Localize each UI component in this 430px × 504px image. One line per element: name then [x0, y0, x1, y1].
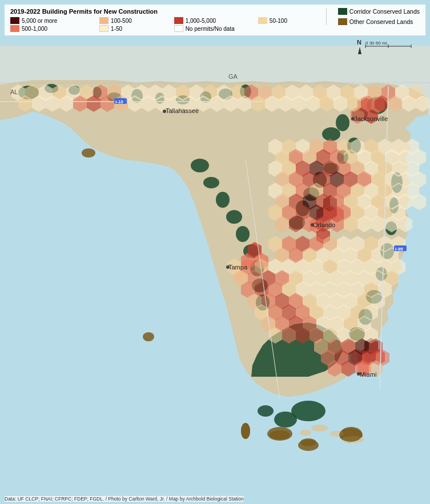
legend-item-100-500: 100-500	[99, 17, 165, 24]
legend-label-1000-5000: 1,000-5,000	[186, 18, 216, 24]
svg-point-352	[300, 438, 316, 446]
svg-text:I-10: I-10	[115, 99, 123, 104]
legend-swatch-5000	[10, 17, 19, 24]
legend-title: 2019-2022 Building Permits for New Const…	[10, 8, 320, 15]
svg-text:I-95: I-95	[395, 247, 403, 252]
legend-label-500-1000: 500-1,000	[22, 26, 47, 32]
svg-text:GA: GA	[228, 73, 238, 80]
svg-point-37	[216, 192, 230, 208]
svg-point-39	[236, 226, 250, 242]
legend-swatch-100-500	[99, 17, 108, 24]
svg-point-16	[322, 127, 340, 141]
legend-item-1000-5000: 1,000-5,000	[174, 17, 249, 24]
svg-point-45	[143, 332, 154, 341]
legend-swatch-1000-5000	[174, 17, 183, 24]
legend-swatch-1-50	[99, 25, 108, 32]
svg-text:N: N	[357, 39, 361, 46]
legend-right: Corridor Conserved Lands Other Conserved…	[326, 8, 420, 25]
legend-label-other: Other Conserved Lands	[349, 18, 413, 25]
svg-text:Tallahassee: Tallahassee	[166, 107, 199, 114]
legend-item-1-50: 1-50	[99, 25, 165, 32]
svg-text:Miami: Miami	[360, 371, 376, 378]
svg-text:Tampa: Tampa	[228, 264, 248, 271]
legend-label-100-500: 100-500	[111, 18, 132, 24]
svg-point-330	[163, 110, 166, 113]
legend-label-corridor: Corridor Conserved Lands	[349, 8, 420, 15]
map-container: N 0 30 60 mi. Tallahassee Jacksonville O…	[0, 0, 430, 504]
legend-swatch-other	[338, 18, 347, 25]
legend-item-other: Other Conserved Lands	[338, 18, 420, 25]
svg-point-334	[311, 223, 314, 227]
legend-swatch-no-data	[174, 25, 183, 32]
svg-text:Jacksonville: Jacksonville	[354, 115, 388, 122]
legend-item-5000: 5,000 or more	[10, 17, 90, 24]
svg-point-350	[339, 428, 362, 442]
svg-point-345	[311, 425, 328, 432]
legend-swatch-corridor	[338, 8, 347, 15]
svg-point-33	[274, 412, 297, 428]
svg-text:Orlando: Orlando	[313, 221, 335, 228]
legend-label-1-50: 1-50	[111, 26, 122, 32]
legend-item-50-100: 50-100	[258, 17, 320, 24]
svg-point-44	[82, 148, 95, 158]
svg-point-332	[351, 117, 355, 120]
svg-point-38	[226, 210, 242, 224]
map-svg: N 0 30 60 mi. Tallahassee Jacksonville O…	[0, 0, 430, 504]
svg-point-338	[357, 372, 360, 376]
legend-item-corridor: Corridor Conserved Lands	[338, 8, 420, 15]
legend-label-50-100: 50-100	[270, 18, 287, 24]
svg-point-346	[300, 430, 311, 436]
svg-point-351	[270, 430, 290, 440]
legend-left: 2019-2022 Building Permits for New Const…	[10, 8, 320, 32]
legend-label-no-data: No permits/No data	[186, 26, 235, 32]
svg-point-349	[241, 423, 250, 439]
legend-swatch-50-100	[258, 17, 267, 24]
svg-text:0    30    60 mi.: 0 30 60 mi.	[365, 41, 388, 46]
legend-items: 5,000 or more 100-500 1,000-5,000 50-100…	[10, 17, 320, 32]
legend-item-no-data: No permits/No data	[174, 25, 320, 32]
citation: Data: UF CLCP; FNAI; CFRPC; FDEP; FGDL. …	[5, 496, 244, 502]
svg-point-35	[191, 159, 209, 172]
svg-point-336	[226, 265, 230, 269]
svg-point-36	[203, 177, 219, 188]
legend-label-5000: 5,000 or more	[22, 18, 57, 24]
svg-point-15	[336, 114, 349, 131]
legend: 2019-2022 Building Permits for New Const…	[5, 5, 425, 35]
legend-swatch-500-1000	[10, 25, 19, 32]
svg-text:AL: AL	[10, 88, 18, 95]
svg-point-34	[258, 405, 274, 417]
legend-item-500-1000: 500-1,000	[10, 25, 90, 32]
